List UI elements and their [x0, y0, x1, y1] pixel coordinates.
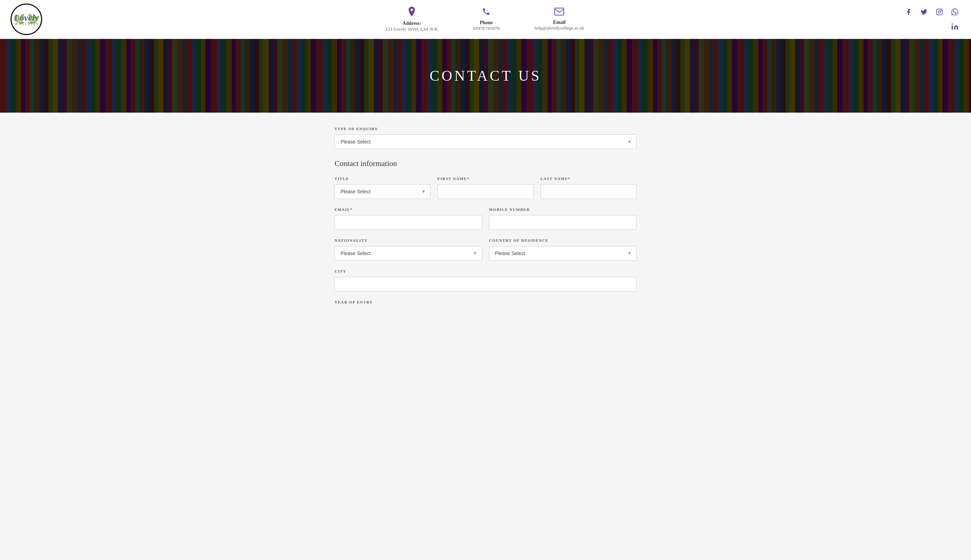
- title-wrapper: Please Select Mr Mrs Miss Ms Dr Prof: [335, 184, 430, 199]
- svg-rect-1: [937, 9, 943, 15]
- hero-title: CONTACT US: [430, 67, 541, 84]
- first-name-group: FIRST NAME*: [437, 177, 533, 199]
- address-info: Address: 123 Lovely Street, LS4 3UK: [385, 7, 438, 32]
- last-name-group: LAST NAME*: [541, 177, 636, 199]
- city-label: CITY: [335, 269, 636, 273]
- logo-area: Lovely COLLEGE 🌿 🌿: [10, 3, 67, 35]
- location-row: NATIONALITY Please Select British Americ…: [335, 238, 636, 261]
- contact-info-title: Contact information: [335, 159, 636, 168]
- nationality-wrapper: Please Select British American Other: [335, 246, 482, 261]
- phone-value: 01978 765979: [473, 26, 500, 31]
- mobile-input[interactable]: [489, 215, 636, 230]
- social-row-bottom: [949, 21, 961, 32]
- address-label: Address:: [402, 21, 421, 26]
- type-of-enquiry-label: TYPE OF ENQUIRY: [335, 127, 636, 131]
- contact-row: EMAIL* MOBILE NUMBER: [335, 207, 636, 230]
- svg-rect-0: [555, 8, 564, 15]
- main-content: TYPE OF ENQUIRY Please Select General En…: [327, 113, 644, 329]
- country-label: COUNTRY OF RESIDENCE: [489, 238, 636, 242]
- name-row: TITLE Please Select Mr Mrs Miss Ms Dr Pr…: [335, 177, 636, 199]
- svg-point-3: [941, 10, 941, 11]
- facebook-icon[interactable]: [903, 6, 914, 18]
- last-name-input[interactable]: [541, 184, 636, 199]
- email-label-header: Email: [553, 20, 566, 25]
- first-name-input[interactable]: [437, 184, 533, 199]
- nationality-select[interactable]: Please Select British American Other: [335, 246, 482, 261]
- header-contacts: Address: 123 Lovely Street, LS4 3UK Phon…: [67, 7, 903, 32]
- type-of-enquiry-group: TYPE OF ENQUIRY Please Select General En…: [335, 127, 636, 149]
- title-select[interactable]: Please Select Mr Mrs Miss Ms Dr Prof: [335, 184, 430, 199]
- hero-banner: CONTACT US: [0, 39, 971, 113]
- email-input[interactable]: [335, 215, 482, 230]
- email-field-label: EMAIL*: [335, 207, 482, 212]
- instagram-icon[interactable]: [934, 6, 945, 18]
- hero-overlay: CONTACT US: [0, 39, 971, 113]
- svg-point-4: [952, 23, 953, 25]
- city-group: CITY: [335, 269, 636, 292]
- location-icon: [408, 7, 415, 18]
- social-icons: [903, 6, 961, 32]
- first-name-label: FIRST NAME*: [437, 177, 533, 181]
- year-group: YEAR OF ENTRY: [335, 300, 636, 304]
- social-row-top: [903, 6, 961, 18]
- city-input[interactable]: [335, 277, 636, 292]
- country-select[interactable]: Please Select United Kingdom United Stat…: [489, 246, 636, 261]
- nationality-group: NATIONALITY Please Select British Americ…: [335, 238, 482, 261]
- type-of-enquiry-select[interactable]: Please Select General Enquiry Admissions…: [335, 134, 636, 149]
- address-value: 123 Lovely Street, LS4 3UK: [385, 26, 438, 32]
- title-group: TITLE Please Select Mr Mrs Miss Ms Dr Pr…: [335, 177, 430, 199]
- mobile-group: MOBILE NUMBER: [489, 207, 636, 230]
- email-value: help@alovelycollege.ac.uk: [535, 25, 584, 31]
- title-label: TITLE: [335, 177, 430, 181]
- twitter-icon[interactable]: [918, 6, 929, 18]
- year-label: YEAR OF ENTRY: [335, 300, 636, 304]
- mobile-label: MOBILE NUMBER: [489, 207, 636, 212]
- header: Lovely COLLEGE 🌿 🌿 Address: 123 Lovely S…: [0, 0, 971, 39]
- type-of-enquiry-wrapper: Please Select General Enquiry Admissions…: [335, 134, 636, 149]
- country-group: COUNTRY OF RESIDENCE Please Select Unite…: [489, 238, 636, 261]
- logo-content: Lovely COLLEGE 🌿 🌿: [14, 13, 39, 26]
- phone-icon: [482, 7, 491, 18]
- phone-label: Phone: [480, 20, 493, 26]
- linkedin-icon[interactable]: [949, 21, 961, 32]
- last-name-label: LAST NAME*: [541, 177, 636, 181]
- svg-point-2: [938, 11, 941, 13]
- whatsapp-icon[interactable]: [949, 6, 961, 18]
- email-group: EMAIL*: [335, 207, 482, 230]
- phone-info: Phone 01978 765979: [473, 7, 500, 31]
- nationality-label: NATIONALITY: [335, 238, 482, 242]
- country-wrapper: Please Select United Kingdom United Stat…: [489, 246, 636, 261]
- email-icon: [554, 8, 564, 18]
- email-info: Email help@alovelycollege.ac.uk: [535, 8, 584, 31]
- logo-circle: Lovely COLLEGE 🌿 🌿: [10, 3, 42, 35]
